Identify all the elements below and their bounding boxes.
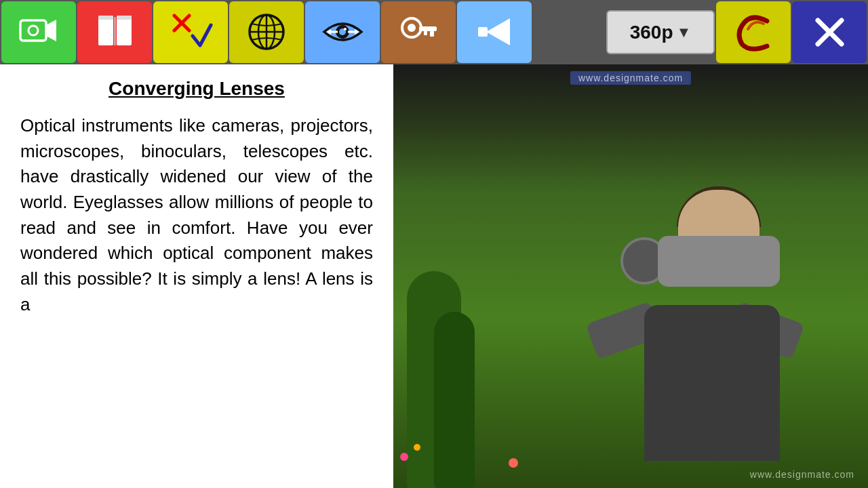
svg-rect-3	[98, 17, 113, 45]
back-button[interactable]	[457, 1, 532, 63]
quality-label: 360p	[630, 22, 673, 43]
person-figure	[597, 176, 827, 461]
book-button[interactable]	[77, 1, 152, 63]
main-content: Converging Lenses Optical instruments li…	[0, 64, 868, 488]
text-panel: Converging Lenses Optical instruments li…	[0, 64, 393, 488]
svg-point-2	[28, 26, 38, 35]
eye-button[interactable]	[305, 1, 380, 63]
key-button[interactable]	[381, 1, 456, 63]
svg-rect-4	[117, 17, 132, 45]
back-arrow-icon	[473, 10, 517, 54]
svg-rect-7	[117, 16, 132, 20]
video-watermark-top: www.designmate.com	[570, 71, 691, 85]
calligraphy-button[interactable]	[716, 1, 791, 63]
tree-left-2	[434, 312, 475, 488]
svg-rect-24	[430, 31, 434, 37]
video-watermark-bottom: www.designmate.com	[750, 469, 854, 480]
toolbar: 360p ▼	[0, 0, 868, 64]
article-body: Optical instruments like cameras, projec…	[20, 113, 373, 318]
video-camera-icon	[17, 10, 61, 54]
svg-point-22	[408, 24, 416, 32]
svg-marker-1	[46, 20, 56, 41]
svg-rect-25	[424, 31, 427, 35]
article-title: Converging Lenses	[20, 78, 373, 100]
video-container[interactable]: www.designmate.com	[393, 64, 868, 488]
svg-point-16	[344, 28, 347, 30]
close-icon	[811, 14, 848, 51]
svg-rect-27	[478, 27, 488, 37]
binoculars-body	[658, 236, 780, 287]
video-panel: www.designmate.com	[393, 64, 868, 488]
svg-rect-6	[98, 16, 113, 20]
video-scene: www.designmate.com	[393, 64, 868, 488]
check-cross-icon	[169, 10, 213, 54]
flower-3	[509, 458, 518, 468]
svg-rect-23	[419, 26, 437, 31]
person-body	[644, 305, 780, 461]
quality-selector[interactable]: 360p ▼	[606, 10, 715, 54]
svg-rect-0	[20, 20, 46, 41]
flower-2	[414, 444, 420, 451]
globe-button[interactable]	[229, 1, 304, 63]
globe-icon	[245, 10, 289, 54]
quiz-button[interactable]	[153, 1, 228, 63]
video-camera-button[interactable]	[1, 1, 76, 63]
calligraphy-icon	[730, 9, 777, 56]
chevron-down-icon: ▼	[677, 24, 692, 41]
close-button[interactable]	[792, 1, 867, 63]
book-icon	[93, 10, 137, 54]
eye-icon	[321, 10, 365, 54]
flower-1	[400, 453, 408, 461]
svg-marker-26	[486, 18, 510, 45]
key-icon	[397, 10, 441, 54]
